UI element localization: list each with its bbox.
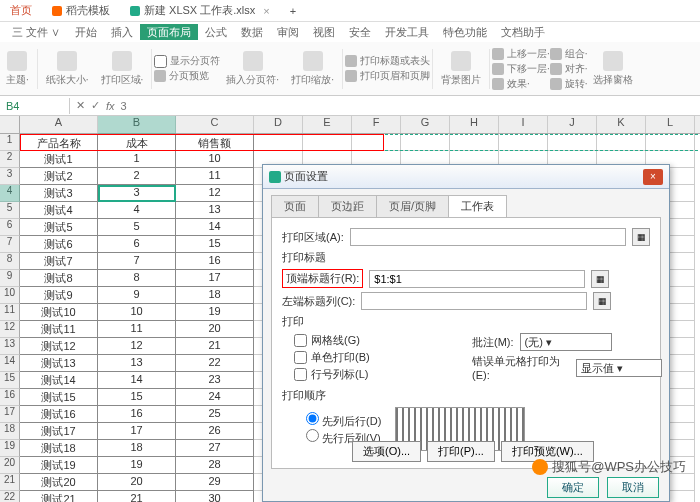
row-header[interactable]: 11 — [0, 304, 20, 321]
cell[interactable]: 26 — [176, 423, 254, 440]
column-header[interactable]: A — [20, 116, 98, 133]
cell[interactable]: 测试17 — [20, 423, 98, 440]
ribbon-tab[interactable]: 特色功能 — [436, 24, 494, 40]
cell[interactable]: 成本 — [98, 134, 176, 151]
column-header[interactable]: I — [499, 116, 548, 133]
ribbon-tab[interactable]: 文档助手 — [494, 24, 552, 40]
row-header[interactable]: 7 — [0, 236, 20, 253]
align-objs[interactable]: 对齐· — [550, 62, 588, 76]
cell[interactable]: 19 — [176, 304, 254, 321]
column-header[interactable]: L — [646, 116, 695, 133]
row-header[interactable]: 16 — [0, 389, 20, 406]
cell[interactable]: 30 — [176, 491, 254, 502]
row-header[interactable]: 15 — [0, 372, 20, 389]
theme-group[interactable]: 主题· — [0, 49, 35, 89]
papersize-group[interactable]: 纸张大小· — [40, 49, 95, 89]
cell[interactable]: 22 — [176, 355, 254, 372]
ribbon-tab[interactable]: 审阅 — [270, 24, 306, 40]
row-header[interactable]: 5 — [0, 202, 20, 219]
row-header[interactable]: 2 — [0, 151, 20, 168]
cell[interactable]: 15 — [98, 389, 176, 406]
cell[interactable]: 4 — [98, 202, 176, 219]
dialog-tab[interactable]: 页边距 — [318, 195, 377, 217]
dialog-titlebar[interactable]: 页面设置 × — [263, 165, 669, 189]
left-title-input[interactable] — [361, 292, 587, 310]
cell[interactable]: 18 — [176, 287, 254, 304]
ribbon-tab[interactable]: 公式 — [198, 24, 234, 40]
column-header[interactable]: G — [401, 116, 450, 133]
ribbon-tab[interactable]: 视图 — [306, 24, 342, 40]
cell[interactable]: 11 — [176, 168, 254, 185]
cell[interactable]: 24 — [176, 389, 254, 406]
ribbon-tab[interactable]: 开始 — [68, 24, 104, 40]
dialog-tab[interactable]: 工作表 — [448, 195, 507, 217]
cell[interactable]: 测试21 — [20, 491, 98, 502]
ribbon-tab[interactable]: 插入 — [104, 24, 140, 40]
cell[interactable]: 10 — [176, 151, 254, 168]
cell[interactable]: 测试7 — [20, 253, 98, 270]
blackwhite-checkbox[interactable] — [294, 351, 307, 364]
ok-button[interactable]: 确定 — [547, 477, 599, 498]
bring-front[interactable]: 上移一层· — [492, 47, 550, 61]
cell[interactable]: 测试16 — [20, 406, 98, 423]
cell[interactable] — [450, 134, 499, 151]
cell[interactable]: 28 — [176, 457, 254, 474]
row-header[interactable]: 14 — [0, 355, 20, 372]
cell[interactable]: 14 — [98, 372, 176, 389]
cell[interactable] — [352, 134, 401, 151]
cell[interactable]: 27 — [176, 440, 254, 457]
row-header[interactable]: 22 — [0, 491, 20, 502]
cell[interactable]: 14 — [176, 219, 254, 236]
row-header[interactable]: 10 — [0, 287, 20, 304]
cell[interactable]: 1 — [98, 151, 176, 168]
printscale-group[interactable]: 打印缩放· — [285, 49, 340, 89]
print-headerfooter[interactable]: 打印页眉和页脚 — [345, 69, 430, 83]
comments-combo[interactable]: (无) ▾ — [520, 333, 612, 351]
cell[interactable] — [499, 134, 548, 151]
cell[interactable]: 测试13 — [20, 355, 98, 372]
cell[interactable]: 21 — [176, 338, 254, 355]
top-title-input[interactable] — [369, 270, 585, 288]
cell[interactable] — [597, 134, 646, 151]
row-header[interactable]: 4 — [0, 185, 20, 202]
cell[interactable]: 测试14 — [20, 372, 98, 389]
cell[interactable]: 16 — [98, 406, 176, 423]
column-header[interactable]: B — [98, 116, 176, 133]
print-titles[interactable]: 打印标题或表头 — [345, 54, 430, 68]
send-back[interactable]: 下移一层· — [492, 62, 550, 76]
print-button[interactable]: 打印(P)... — [427, 441, 495, 462]
column-header[interactable]: F — [352, 116, 401, 133]
row-header[interactable]: 21 — [0, 474, 20, 491]
cell[interactable]: 20 — [176, 321, 254, 338]
name-box[interactable]: B4 — [0, 98, 70, 114]
close-icon[interactable]: × — [263, 5, 269, 17]
column-header[interactable]: K — [597, 116, 646, 133]
rotate-objs[interactable]: 旋转· — [550, 77, 588, 91]
tab-add[interactable]: + — [280, 3, 306, 19]
cell[interactable]: 测试12 — [20, 338, 98, 355]
cell[interactable] — [646, 134, 695, 151]
cell[interactable] — [548, 134, 597, 151]
column-header[interactable]: J — [548, 116, 597, 133]
tab-template[interactable]: 稻壳模板 — [42, 1, 120, 20]
cell[interactable]: 测试4 — [20, 202, 98, 219]
tab-home[interactable]: 首页 — [0, 1, 42, 20]
show-breaks[interactable]: 显示分页符 — [154, 54, 220, 68]
cell[interactable]: 21 — [98, 491, 176, 502]
cell[interactable]: 25 — [176, 406, 254, 423]
row-header[interactable]: 9 — [0, 270, 20, 287]
cell[interactable]: 18 — [98, 440, 176, 457]
select-all-corner[interactable] — [0, 116, 20, 133]
group-objs[interactable]: 组合· — [550, 47, 588, 61]
cancel-button[interactable]: 取消 — [607, 477, 659, 498]
top-title-picker[interactable]: ▦ — [591, 270, 609, 288]
gridlines-checkbox[interactable] — [294, 334, 307, 347]
row-header[interactable]: 3 — [0, 168, 20, 185]
cell[interactable]: 测试20 — [20, 474, 98, 491]
print-area-picker[interactable]: ▦ — [632, 228, 650, 246]
print-area-input[interactable] — [350, 228, 626, 246]
cell[interactable]: 销售额 — [176, 134, 254, 151]
errors-combo[interactable]: 显示值 ▾ — [576, 359, 662, 377]
row-header[interactable]: 12 — [0, 321, 20, 338]
break-preview[interactable]: 分页预览 — [154, 69, 220, 83]
